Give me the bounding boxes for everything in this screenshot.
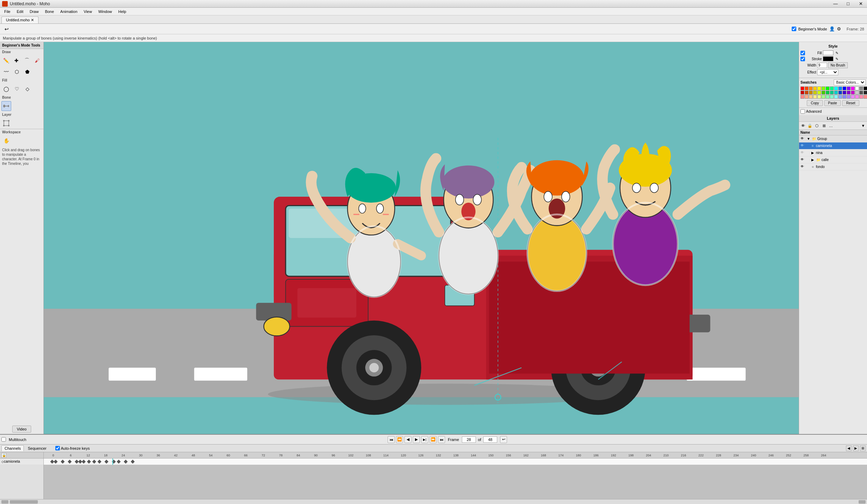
user-icon[interactable]: 👤 — [829, 26, 835, 31]
scroll-left-btn[interactable] — [1, 500, 8, 504]
beginner-mode-checkbox[interactable] — [792, 27, 796, 31]
paint-tool[interactable]: 🖌 — [33, 56, 42, 65]
hand-tool[interactable]: ✋ — [1, 136, 11, 146]
layers-more-btn[interactable]: … — [828, 122, 834, 129]
swatch-cell[interactable] — [859, 95, 863, 99]
reset-swatches-button[interactable]: Reset — [842, 100, 859, 106]
swatch-cell[interactable] — [863, 91, 867, 94]
fill-edit-button[interactable]: ✎ — [834, 50, 839, 55]
swatch-cell[interactable] — [851, 95, 855, 99]
group-expand-icon[interactable]: ▼ — [806, 136, 811, 141]
stroke-checkbox[interactable] — [800, 57, 805, 61]
layer-transform-tool[interactable] — [1, 118, 11, 128]
layers-expand-btn[interactable]: ⬡ — [814, 122, 820, 129]
swatch-cell[interactable] — [838, 95, 842, 99]
swatch-cell[interactable] — [842, 95, 846, 99]
keyframe-marker[interactable] — [124, 460, 127, 463]
menu-window[interactable]: Window — [96, 9, 115, 14]
swatch-cell[interactable] — [813, 86, 817, 90]
width-input[interactable] — [817, 63, 827, 68]
step-forward-button[interactable]: ▶| — [421, 436, 428, 443]
prev-keyframe-button[interactable]: ⏪ — [396, 436, 403, 443]
close-button[interactable]: ✕ — [854, 0, 867, 8]
layer-visibility-icon[interactable]: 👁 — [800, 136, 805, 141]
keyframe-marker[interactable] — [104, 460, 108, 463]
swatch-cell[interactable] — [826, 86, 830, 90]
timeline-zoom-btn[interactable]: ⊞ — [860, 446, 866, 451]
bone-manipulate-tool[interactable] — [1, 101, 11, 111]
swatch-cell[interactable] — [842, 86, 846, 90]
swatch-cell[interactable] — [855, 86, 859, 90]
add-point-tool[interactable]: ✚ — [12, 56, 22, 65]
keyframe-marker[interactable] — [87, 460, 91, 463]
expand-icon-calle[interactable]: ▶ — [810, 158, 815, 162]
swatch-cell[interactable] — [847, 95, 851, 99]
copy-swatches-button[interactable]: Copy — [807, 100, 823, 106]
layer-item-camioneta[interactable]: 👁 ≡ camioneta — [799, 142, 867, 149]
fill-color-swatch[interactable] — [823, 50, 833, 55]
menu-help[interactable]: Help — [116, 9, 129, 14]
swatch-cell[interactable] — [821, 95, 825, 99]
swatch-cell[interactable] — [805, 95, 809, 99]
frame-number-input[interactable] — [462, 436, 476, 443]
swatch-cell[interactable] — [817, 91, 821, 94]
stroke-color-swatch[interactable] — [823, 56, 833, 61]
layer-visibility-camioneta[interactable]: 👁 — [800, 144, 805, 148]
swatch-cell[interactable] — [800, 86, 804, 90]
swatch-cell[interactable] — [863, 86, 867, 90]
shape-tool[interactable]: ⬟ — [22, 67, 32, 77]
stroke-edit-button[interactable]: ✎ — [834, 56, 839, 61]
scroll-thumb[interactable] — [10, 500, 38, 504]
fill-checkbox[interactable] — [800, 51, 805, 55]
layer-item-calle[interactable]: 👁 ▶ 📁 calle — [799, 156, 867, 163]
curve-tool[interactable]: ⌒ — [22, 56, 32, 65]
swatch-cell[interactable] — [821, 91, 825, 94]
swatch-cell[interactable] — [817, 95, 821, 99]
timeline-scroll-area[interactable]: 0612182430364248546066727884909610210811… — [44, 452, 867, 499]
swatch-cell[interactable] — [855, 91, 859, 94]
swatch-cell[interactable] — [847, 91, 851, 94]
swatch-cell[interactable] — [800, 91, 804, 94]
no-brush-button[interactable]: No Brush — [828, 62, 848, 68]
maximize-button[interactable]: □ — [842, 0, 854, 8]
keyframe-marker[interactable] — [97, 460, 101, 463]
layers-lock-btn[interactable]: 🔒 — [807, 122, 813, 129]
swatch-cell[interactable] — [805, 91, 809, 94]
swatch-cell[interactable] — [813, 91, 817, 94]
menu-draw[interactable]: Draw — [27, 9, 42, 14]
keyframe-marker[interactable] — [82, 460, 85, 463]
layer-visibility-nina[interactable]: 👁 — [800, 150, 805, 155]
swatch-cell[interactable] — [809, 91, 813, 94]
timeline-scroll-left[interactable]: ◀ — [846, 446, 852, 451]
swatch-cell[interactable] — [863, 95, 867, 99]
layers-visibility-btn[interactable]: 👁 — [800, 122, 806, 129]
keyframe-marker[interactable] — [131, 460, 134, 463]
swatch-cell[interactable] — [855, 95, 859, 99]
layer-item-fondo[interactable]: 👁 ○ fondo — [799, 163, 867, 170]
minimize-button[interactable]: — — [829, 0, 842, 8]
timeline-lock-btn[interactable]: 🔒 — [1, 453, 6, 458]
menu-animation[interactable]: Animation — [57, 9, 80, 14]
swatch-cell[interactable] — [830, 95, 834, 99]
swatch-cell[interactable] — [838, 86, 842, 90]
swatch-cell[interactable] — [813, 95, 817, 99]
keyframe-marker[interactable] — [117, 460, 120, 463]
sequencer-tab[interactable]: Sequencer — [25, 445, 49, 451]
auto-freeze-checkbox[interactable] — [55, 446, 60, 450]
swatch-cell[interactable] — [800, 95, 804, 99]
paint-bucket-tool[interactable]: ♡ — [12, 84, 22, 94]
gradient-tool[interactable]: ◇ — [22, 84, 32, 94]
menu-file[interactable]: File — [1, 9, 13, 14]
swatch-cell[interactable] — [859, 91, 863, 94]
swatch-cell[interactable] — [851, 86, 855, 90]
timeline-scroll-right[interactable]: ▶ — [853, 446, 859, 451]
keyframe-marker[interactable] — [61, 460, 64, 463]
play-button[interactable]: ▶ — [413, 436, 420, 443]
eraser-tool[interactable]: ⬡ — [12, 67, 22, 77]
total-frames-input[interactable] — [483, 436, 497, 443]
swatch-cell[interactable] — [826, 95, 830, 99]
layers-grid-btn[interactable]: ⊞ — [821, 122, 827, 129]
swatch-cell[interactable] — [830, 91, 834, 94]
fill-tool[interactable]: ◯ — [1, 84, 11, 94]
swatch-cell[interactable] — [809, 95, 813, 99]
